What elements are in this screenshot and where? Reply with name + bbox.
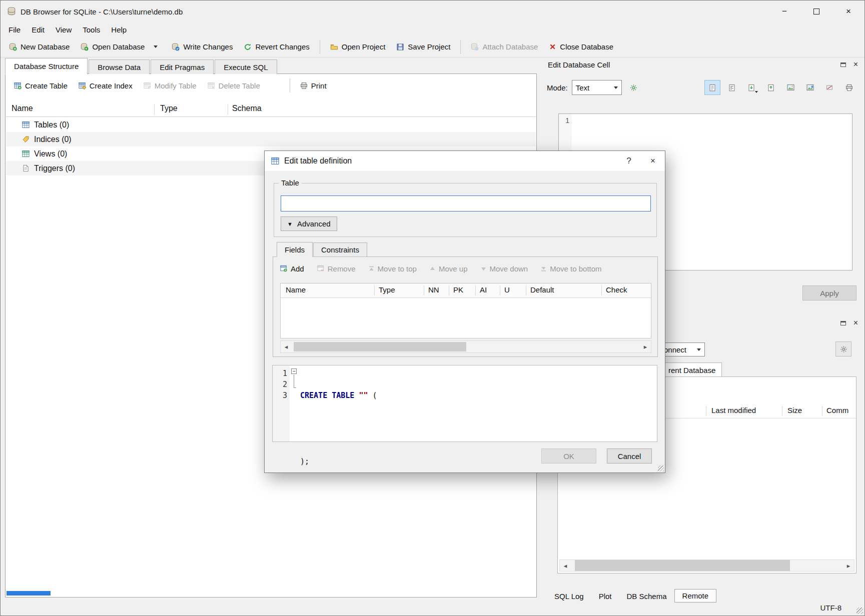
save-image-button[interactable] [802, 80, 818, 95]
maximize-button[interactable] [800, 0, 832, 22]
write-changes-button[interactable]: Write Changes [166, 39, 238, 54]
table-name-input[interactable] [281, 196, 651, 212]
menu-edit[interactable]: Edit [26, 24, 50, 36]
tab-plot[interactable]: Plot [591, 590, 619, 602]
remote-hscroll-thumb[interactable] [575, 560, 790, 571]
move-top-button[interactable]: Move to top [369, 264, 417, 273]
dialog-help-button[interactable]: ? [617, 151, 641, 171]
open-database-dropdown-button[interactable] [150, 42, 161, 52]
fields-header-separator[interactable] [449, 286, 449, 296]
fields-table-body[interactable] [281, 298, 651, 338]
create-table-button[interactable]: Create Table [9, 78, 73, 94]
col-u[interactable]: U [504, 286, 510, 294]
tab-execute-sql[interactable]: Execute SQL [215, 60, 277, 74]
fields-hscroll-thumb[interactable] [294, 342, 466, 352]
tree-hscroll-thumb[interactable] [7, 591, 51, 596]
dock-float-icon[interactable] [840, 62, 846, 67]
remote-header-separator[interactable] [782, 406, 782, 416]
move-bottom-button[interactable]: Move to bottom [541, 264, 601, 273]
menu-tools[interactable]: Tools [77, 24, 106, 36]
binary-mode-button[interactable] [724, 80, 740, 95]
fields-table-header[interactable]: Name Type NN PK AI U Default Check [281, 284, 651, 298]
col-pk[interactable]: PK [453, 286, 463, 294]
col-nn[interactable]: NN [428, 286, 439, 294]
fields-header-separator[interactable] [374, 286, 375, 296]
fields-hscrollbar[interactable]: ◂ ▸ [280, 340, 651, 353]
col-ai[interactable]: AI [480, 286, 487, 294]
tree-header-separator[interactable] [228, 104, 228, 115]
remove-field-button[interactable]: Remove [317, 264, 356, 273]
apply-button[interactable]: Apply [802, 286, 856, 300]
fields-header-separator[interactable] [500, 286, 500, 296]
scroll-left-icon[interactable]: ◂ [281, 343, 292, 350]
tree-header-separator[interactable] [154, 104, 155, 115]
scroll-right-icon[interactable]: ▸ [640, 343, 651, 350]
fields-header-separator[interactable] [601, 286, 602, 296]
dialog-resize-grip[interactable] [658, 466, 664, 472]
remote-header-separator[interactable] [706, 406, 706, 416]
close-database-button[interactable]: Close Database [543, 39, 619, 54]
save-project-button[interactable]: Save Project [391, 39, 456, 54]
col-default[interactable]: Default [530, 286, 554, 294]
remote-header-separator[interactable] [822, 406, 822, 416]
col-type[interactable]: Type [379, 286, 395, 294]
export-button[interactable] [763, 80, 779, 95]
mode-combobox[interactable]: Text [572, 80, 622, 95]
sql-preview[interactable]: 1 2 3 − CREATE TABLE "" ( ); [272, 365, 657, 442]
tree-row-tables[interactable]: Tables (0) [6, 118, 536, 132]
revert-changes-button[interactable]: Revert Changes [238, 39, 315, 54]
remote-column-commit[interactable]: Comm [826, 406, 848, 414]
menu-view[interactable]: View [50, 24, 77, 36]
tree-column-schema[interactable]: Schema [232, 104, 262, 113]
fields-header-separator[interactable] [424, 286, 424, 296]
remote-column-last-modified[interactable]: Last modified [711, 406, 756, 414]
open-database-button[interactable]: Open Database [75, 39, 150, 54]
tab-remote[interactable]: Remote [674, 589, 717, 602]
remote-hscrollbar[interactable]: ◂ ▸ [559, 560, 854, 572]
tab-db-schema[interactable]: DB Schema [619, 590, 674, 602]
add-field-button[interactable]: Add [280, 264, 304, 273]
ok-button[interactable]: OK [541, 448, 596, 464]
col-check[interactable]: Check [606, 286, 627, 294]
fields-header-separator[interactable] [475, 286, 476, 296]
text-mode-button[interactable] [704, 80, 720, 95]
tree-row-indices[interactable]: Indices (0) [6, 132, 536, 146]
tab-fields[interactable]: Fields [277, 242, 313, 257]
close-button[interactable]: × [832, 0, 864, 22]
move-down-button[interactable]: Move down [481, 264, 528, 273]
minimize-button[interactable]: − [768, 0, 800, 22]
scroll-left-icon[interactable]: ◂ [560, 562, 571, 570]
tab-sql-log[interactable]: SQL Log [547, 590, 591, 602]
create-index-button[interactable]: Create Index [73, 78, 138, 94]
attach-database-button[interactable]: Attach Database [465, 39, 543, 54]
window-resize-grip[interactable] [856, 608, 863, 614]
open-project-button[interactable]: Open Project [325, 39, 391, 54]
fold-collapse-icon[interactable]: − [291, 368, 297, 374]
tab-browse-data[interactable]: Browse Data [89, 60, 150, 74]
remote-settings-button[interactable] [835, 342, 851, 356]
fields-header-separator[interactable] [526, 286, 526, 296]
menu-file[interactable]: File [3, 24, 26, 36]
move-up-button[interactable]: Move up [430, 264, 468, 273]
tree-column-name[interactable]: Name [12, 104, 33, 113]
set-null-button[interactable] [821, 80, 837, 95]
remote-column-size[interactable]: Size [787, 406, 802, 414]
new-database-button[interactable]: New Database [4, 39, 75, 54]
modify-table-button[interactable]: Modify Table [138, 78, 202, 94]
load-image-button[interactable] [782, 80, 798, 95]
remote-identity-combobox[interactable]: onnect [660, 342, 705, 356]
tab-constraints[interactable]: Constraints [313, 242, 367, 256]
col-name[interactable]: Name [286, 286, 306, 294]
tab-edit-pragmas[interactable]: Edit Pragmas [151, 60, 214, 74]
tree-column-type[interactable]: Type [160, 104, 178, 113]
word-wrap-button[interactable] [626, 80, 642, 95]
import-button[interactable] [743, 80, 759, 95]
scroll-right-icon[interactable]: ▸ [843, 562, 854, 570]
dock-close-icon[interactable]: × [853, 319, 858, 327]
print-cell-button[interactable] [841, 80, 857, 95]
print-button[interactable]: Print [295, 78, 332, 94]
tab-database-structure[interactable]: Database Structure [5, 58, 88, 74]
dock-close-icon[interactable]: × [853, 60, 858, 68]
cancel-button[interactable]: Cancel [607, 448, 652, 464]
advanced-toggle-button[interactable]: ▼ Advanced [281, 216, 337, 231]
